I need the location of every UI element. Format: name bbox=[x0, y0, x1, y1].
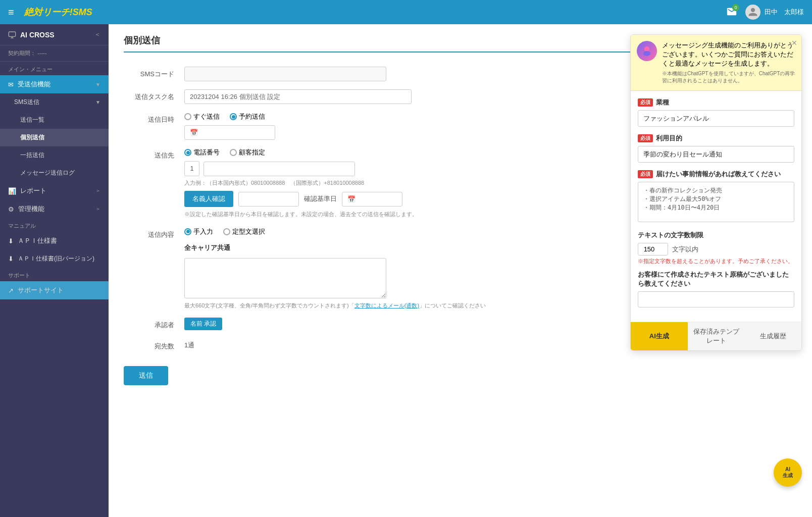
radio-immediate-dot bbox=[184, 113, 191, 120]
purpose-field-label: 必須 利用目的 bbox=[638, 134, 794, 143]
sidebar-item-send-list[interactable]: 送信一覧 bbox=[0, 111, 109, 129]
purpose-input[interactable] bbox=[638, 146, 794, 163]
original-text-field: お客様にて作成されたテキスト原稿がございましたら教えてください bbox=[638, 270, 794, 307]
task-name-input[interactable] bbox=[184, 89, 412, 104]
sidebar-item-api-old[interactable]: ⬇ ＡＰＩ仕様書(旧バージョン) bbox=[0, 250, 109, 268]
svg-point-1 bbox=[644, 46, 649, 51]
hamburger-menu[interactable]: ≡ bbox=[8, 7, 14, 18]
user-name: 田中 太郎様 bbox=[765, 8, 804, 17]
radio-manual-label: 手入力 bbox=[193, 227, 213, 236]
info-field-label: 必須 届けたい事前情報があれば教えてください bbox=[638, 170, 794, 179]
svg-point-2 bbox=[643, 51, 650, 56]
radio-template-label: 定型文選択 bbox=[232, 227, 265, 236]
notif-badge: 0 bbox=[732, 4, 739, 11]
svg-rect-0 bbox=[9, 32, 15, 36]
logo-area: ≡ 絶対リーチ!SMS bbox=[8, 6, 92, 18]
top-header: ≡ 絶対リーチ!SMS 0 田中 太郎様 bbox=[0, 0, 812, 24]
sidebar-brand[interactable]: AI CROSS ＜ bbox=[0, 24, 109, 45]
radio-manual[interactable]: 手入力 bbox=[184, 227, 213, 236]
tab-ai-generate[interactable]: AI生成 bbox=[631, 322, 688, 350]
sidebar-brand-label: AI CROSS bbox=[20, 31, 55, 39]
submit-button[interactable]: 送信 bbox=[124, 366, 168, 385]
sidebar-item-management[interactable]: ⚙ 管理機能 ＞ bbox=[0, 200, 109, 218]
purpose-field: 必須 利用目的 bbox=[638, 134, 794, 163]
calendar-icon: 📅 bbox=[190, 129, 198, 136]
radio-immediate[interactable]: すぐ送信 bbox=[184, 112, 220, 121]
verify-date-input[interactable]: 📅 bbox=[342, 192, 402, 206]
phone-number-index: 1 bbox=[184, 161, 199, 176]
send-list-label: 送信一覧 bbox=[20, 116, 44, 124]
sidebar-sms-chevron: ▼ bbox=[95, 99, 100, 105]
purpose-label-text: 利用目的 bbox=[656, 134, 682, 143]
notification-icon[interactable]: 0 bbox=[726, 6, 737, 19]
tab-generation-history[interactable]: 生成履歴 bbox=[744, 322, 801, 350]
approver-badge: 名前 承認 bbox=[184, 318, 222, 330]
date-input[interactable]: 📅 bbox=[184, 125, 275, 140]
radio-scheduled-label: 予約送信 bbox=[239, 112, 265, 121]
sidebar-item-bulk-send[interactable]: 一括送信 bbox=[0, 146, 109, 164]
ai-welcome-message: メッセージング生成機能のご利用ありがとうございます。いくつかご質問にお答えいただ… bbox=[662, 41, 795, 68]
user-avatar bbox=[745, 5, 760, 20]
sidebar-item-api-doc[interactable]: ⬇ ＡＰＩ仕様書 bbox=[0, 232, 109, 250]
radio-template[interactable]: 定型文選択 bbox=[223, 227, 265, 236]
purpose-required-badge: 必須 bbox=[638, 134, 653, 142]
verify-calendar-icon: 📅 bbox=[347, 195, 356, 203]
radio-scheduled[interactable]: 予約送信 bbox=[230, 112, 265, 121]
page-content: 個別送信 SMSコード 送信タスク名 bbox=[109, 24, 812, 517]
sms-code-input[interactable] bbox=[184, 67, 386, 81]
industry-required-badge: 必須 bbox=[638, 98, 653, 107]
char-limit-label: テキストの文字数制限 bbox=[638, 231, 794, 240]
content-area: 個別送信 SMSコード 送信タスク名 bbox=[109, 24, 812, 517]
tab-saved-templates[interactable]: 保存済みテンプレート bbox=[688, 322, 745, 350]
ai-avatar bbox=[637, 41, 657, 61]
send-content-label: 送信内容 bbox=[124, 223, 184, 314]
contract-label: 契約期間 bbox=[8, 50, 30, 56]
char-limit-input[interactable] bbox=[638, 243, 668, 255]
radio-phone[interactable]: 電話番号 bbox=[184, 148, 220, 157]
sidebar-item-message-log[interactable]: メッセージ送信ログ bbox=[0, 164, 109, 182]
sidebar-item-sms-send[interactable]: SMS送信 ▼ bbox=[0, 93, 109, 111]
phone-input[interactable] bbox=[204, 162, 355, 176]
api-old-label: ＡＰＩ仕様書(旧バージョン) bbox=[18, 254, 94, 263]
ai-float-button[interactable]: AI 生成 bbox=[774, 458, 802, 487]
original-text-input[interactable] bbox=[638, 291, 794, 307]
header-right: 0 田中 太郎様 bbox=[726, 5, 804, 20]
ai-welcome-text-area: メッセージング生成機能のご利用ありがとうございます。いくつかご質問にお答えいただ… bbox=[662, 41, 795, 84]
sidebar-item-individual-send[interactable]: 個別送信 bbox=[0, 129, 109, 146]
char-limit-section: テキストの文字数制限 文字以内 ※指定文字数を超えることがあります。予めご了承く… bbox=[638, 231, 794, 265]
report-label: レポート bbox=[20, 186, 46, 195]
verify-input[interactable] bbox=[238, 192, 299, 206]
sidebar-item-receive-send[interactable]: ✉ 受送信機能 ▼ bbox=[0, 75, 109, 93]
management-chevron: ＞ bbox=[95, 205, 100, 213]
radio-manual-dot bbox=[184, 228, 191, 235]
sidebar-brand-arrow: ＜ bbox=[94, 30, 100, 39]
ai-panel-body: 必須 業種 必須 利用目的 bbox=[631, 91, 801, 322]
content-textarea[interactable] bbox=[184, 258, 386, 298]
industry-input[interactable] bbox=[638, 110, 794, 127]
info-textarea[interactable]: ・春の新作コレクション発売 ・選択アイテム最大50%オフ ・期間：4月10日〜4… bbox=[638, 182, 794, 222]
sidebar-item-support-site[interactable]: ↗ サポートサイト bbox=[0, 281, 109, 299]
info-required-badge: 必須 bbox=[638, 170, 653, 178]
verify-date-label: 確認基準日 bbox=[304, 194, 337, 203]
sms-send-label: SMS送信 bbox=[14, 98, 39, 107]
radio-customer[interactable]: 顧客指定 bbox=[230, 148, 265, 157]
manual-section-label: マニュアル bbox=[0, 218, 109, 232]
char-count-link[interactable]: 文字数によるメール(通数) bbox=[354, 302, 419, 308]
management-label: 管理機能 bbox=[18, 204, 44, 214]
ai-float-label-1: AI bbox=[785, 467, 790, 472]
sidebar-item-report[interactable]: 📊 レポート ＞ bbox=[0, 182, 109, 200]
report-icon: 📊 bbox=[8, 187, 16, 195]
contract-value: ----- bbox=[37, 50, 46, 56]
ai-welcome-note: ※本機能はChatGPTを使用していますが、ChatGPTの再学習に利用されるこ… bbox=[662, 70, 795, 84]
send-datetime-label: 送信日時 bbox=[124, 108, 184, 144]
radio-template-dot bbox=[223, 228, 230, 235]
ai-close-button[interactable]: ✕ bbox=[791, 39, 797, 47]
message-log-label: メッセージ送信ログ bbox=[20, 169, 75, 177]
task-name-label: 送信タスク名 bbox=[124, 85, 184, 108]
verify-btn[interactable]: 名義人確認 bbox=[184, 191, 233, 207]
send-dest-label: 送信先 bbox=[124, 144, 184, 223]
bulk-send-label: 一括送信 bbox=[20, 151, 44, 160]
radio-phone-label: 電話番号 bbox=[193, 148, 220, 157]
radio-immediate-label: すぐ送信 bbox=[193, 112, 220, 121]
industry-field: 必須 業種 bbox=[638, 98, 794, 127]
